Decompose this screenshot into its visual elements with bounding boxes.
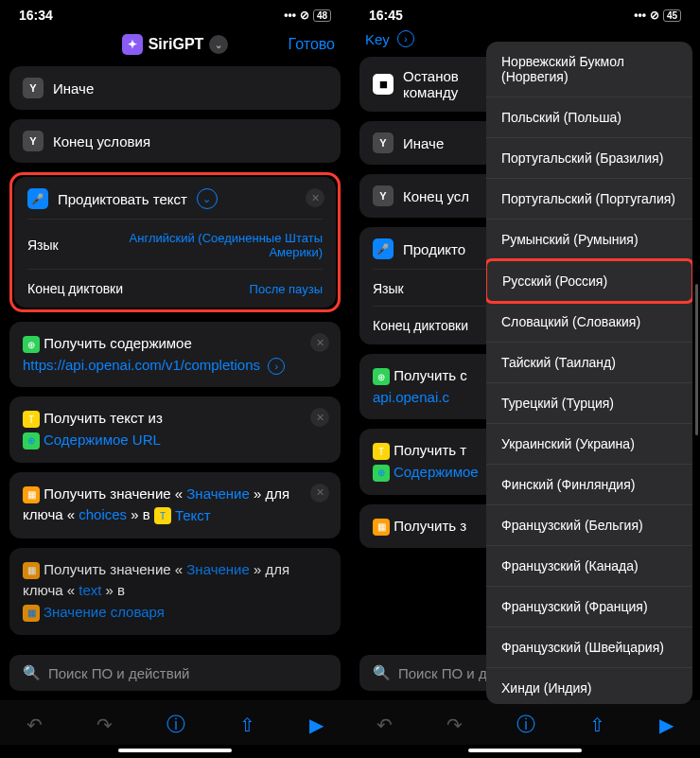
card-title: Продиктовать текст [58, 191, 187, 207]
chevron-down-icon[interactable]: ⌄ [209, 35, 228, 54]
branch-icon: Y [373, 132, 394, 153]
bottom-toolbar: ↶ ↷ ⓘ ⇧ ▶ [0, 700, 350, 745]
language-option[interactable]: Финский (Финляндия) [486, 465, 692, 505]
language-dropdown[interactable]: Норвежский Букмол (Норвегия)Польский (По… [486, 42, 692, 704]
screen-right: 16:45 ••• ⊘ 45 Key › ⏹ Останов команду Y… [350, 0, 700, 758]
scrollbar[interactable] [695, 284, 698, 435]
card-dictate[interactable]: 🎤 Продиктовать текст ⌄ ✕ Язык Английский… [14, 177, 336, 308]
done-button[interactable]: Готово [289, 36, 335, 53]
lang-value: Английский (Соединенные Штаты Америки) [86, 231, 323, 259]
play-icon[interactable]: ▶ [659, 714, 674, 736]
title-text: SiriGPT [149, 36, 204, 53]
status-icons: ••• ⊘ 45 [634, 9, 681, 22]
language-option[interactable]: Норвежский Букмол (Норвегия) [486, 42, 692, 97]
share-icon[interactable]: ⇧ [589, 714, 605, 736]
redo-icon[interactable]: ↷ [446, 714, 463, 736]
card-title: Иначе [53, 80, 94, 97]
web-icon: ⊕ [23, 432, 40, 450]
chevron-right-icon[interactable]: › [397, 30, 414, 47]
link-icon: ⊘ [650, 9, 659, 22]
bottom-toolbar: ↶ ↷ ⓘ ⇧ ▶ [350, 700, 700, 745]
home-indicator[interactable] [118, 749, 232, 752]
language-option[interactable]: Русский (Россия) [487, 261, 691, 301]
language-option[interactable]: Тайский (Таиланд) [486, 343, 692, 383]
stop-icon: ⏹ [373, 74, 394, 95]
dict-icon: ▦ [373, 519, 390, 536]
signal-icon: ••• [634, 9, 646, 22]
search-bar[interactable]: 🔍 Поиск ПО и действий [9, 655, 341, 691]
card-get-content[interactable]: ⊕ Получить содержимое https://api.openai… [9, 322, 341, 387]
chevron-right-icon[interactable]: › [268, 358, 285, 375]
dict-icon: ▦ [23, 605, 40, 622]
card-endif[interactable]: Y Конец условия [9, 119, 341, 163]
battery-icon: 45 [663, 9, 681, 22]
card-get-value-2[interactable]: ▦ Получить значение « Значение » для клю… [9, 548, 341, 635]
info-icon[interactable]: ⓘ [166, 712, 185, 737]
highlight-annotation: 🎤 Продиктовать текст ⌄ ✕ Язык Английский… [9, 172, 341, 312]
home-indicator[interactable] [468, 749, 582, 752]
card-get-value-1[interactable]: ▦ Получить значение « Значение » для клю… [9, 472, 341, 538]
search-icon: 🔍 [23, 664, 41, 681]
web-icon: ⊕ [373, 368, 390, 385]
share-icon[interactable]: ⇧ [239, 714, 255, 736]
highlight-annotation: Русский (Россия) [486, 258, 692, 304]
status-icons: ••• ⊘ 48 [284, 9, 331, 22]
info-icon[interactable]: ⓘ [516, 712, 535, 737]
search-placeholder: Поиск ПО и действий [48, 665, 189, 681]
text-icon: T [154, 507, 171, 524]
screen-left: 16:34 ••• ⊘ 48 ✦ SiriGPT ⌄ Готово Y Инач… [0, 0, 350, 758]
undo-icon[interactable]: ↶ [26, 714, 43, 736]
text-icon: T [23, 411, 40, 428]
undo-icon[interactable]: ↶ [376, 714, 393, 736]
branch-icon: Y [23, 78, 44, 98]
app-icon: ✦ [122, 34, 143, 55]
dict-icon: ▦ [23, 486, 40, 503]
app-title[interactable]: ✦ SiriGPT ⌄ [122, 34, 229, 55]
language-option[interactable]: Французский (Франция) [486, 587, 692, 627]
header: ✦ SiriGPT ⌄ Готово [0, 26, 350, 66]
language-option[interactable]: Хинди (Индия) [486, 668, 692, 704]
status-time: 16:45 [369, 8, 403, 23]
card-else[interactable]: Y Иначе [9, 66, 341, 110]
web-icon: ⊕ [373, 465, 390, 482]
search-icon: 🔍 [373, 664, 391, 681]
microphone-icon: 🎤 [373, 238, 394, 259]
web-icon: ⊕ [23, 336, 40, 353]
close-icon[interactable]: ✕ [306, 188, 324, 207]
text: Получить содержимое [44, 335, 192, 351]
status-bar: 16:45 ••• ⊘ 45 [350, 0, 700, 26]
language-option[interactable]: Французский (Канада) [486, 546, 692, 587]
status-bar: 16:34 ••• ⊘ 48 [0, 0, 350, 26]
language-option[interactable]: Турецкий (Турция) [486, 383, 692, 424]
signal-icon: ••• [284, 9, 296, 22]
card-get-text[interactable]: T Получить текст из ⊕ Содержимое URL ✕ [9, 397, 341, 463]
microphone-icon: 🎤 [27, 188, 48, 209]
language-option[interactable]: Украинский (Украина) [486, 424, 692, 465]
end-label: Конец диктовки [27, 281, 123, 296]
close-icon[interactable]: ✕ [310, 484, 329, 502]
row-language[interactable]: Язык Английский (Соединенные Штаты Амери… [27, 219, 323, 259]
key-label: Key [365, 31, 390, 47]
chip-label[interactable]: Содержимое URL [44, 430, 161, 451]
url-link[interactable]: https://api.openai.com/v1/completions [23, 357, 260, 373]
row-end-dictation[interactable]: Конец диктовки После паузы [27, 269, 323, 296]
collapse-icon[interactable]: ⌄ [197, 188, 218, 209]
language-option[interactable]: Словацкий (Словакия) [486, 302, 692, 343]
redo-icon[interactable]: ↷ [96, 714, 113, 736]
branch-icon: Y [373, 185, 394, 206]
play-icon[interactable]: ▶ [309, 714, 324, 736]
status-time: 16:34 [19, 8, 53, 23]
language-option[interactable]: Французский (Швейцария) [486, 627, 692, 668]
language-option[interactable]: Португальский (Бразилия) [486, 138, 692, 179]
language-option[interactable]: Польский (Польша) [486, 97, 692, 138]
close-icon[interactable]: ✕ [310, 408, 329, 427]
dict-icon: ▦ [23, 562, 40, 579]
text-icon: T [373, 443, 390, 460]
language-option[interactable]: Румынский (Румыния) [486, 220, 692, 260]
lang-label: Язык [27, 238, 59, 253]
language-option[interactable]: Португальский (Португалия) [486, 179, 692, 220]
text: Получить текст из [44, 410, 163, 426]
language-option[interactable]: Французский (Бельгия) [486, 505, 692, 546]
end-value: После паузы [250, 282, 323, 296]
close-icon[interactable]: ✕ [310, 333, 329, 352]
